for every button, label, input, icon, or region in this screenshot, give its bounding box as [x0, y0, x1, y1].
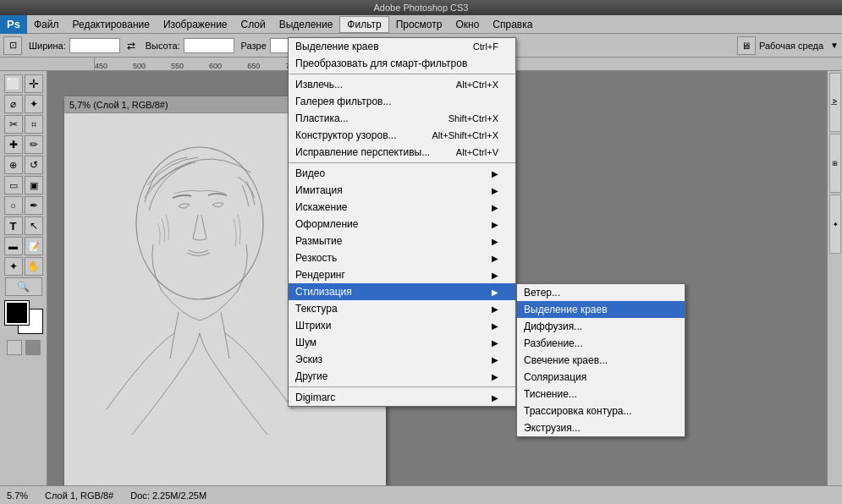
- quick-mask-button[interactable]: [25, 340, 41, 355]
- doc-size: Doc: 2.25M/2.25M: [130, 490, 206, 501]
- mode-group: [5, 340, 42, 357]
- dodge-tool[interactable]: ○: [4, 196, 23, 215]
- stylization-tiles[interactable]: Разбиение...: [517, 335, 685, 352]
- workspace-icon[interactable]: 🖥: [737, 36, 756, 55]
- stylization-find-edges[interactable]: Выделение краев: [517, 301, 685, 318]
- window-title-bar: Adobe Photoshop CS3: [0, 0, 842, 15]
- type-tool[interactable]: T: [4, 216, 23, 235]
- filter-menu-sharpness[interactable]: Резкость ▶: [289, 249, 515, 266]
- eraser-tool[interactable]: ▭: [4, 176, 23, 194]
- healing-brush-tool[interactable]: ✚: [4, 135, 23, 154]
- filter-menu-texture[interactable]: Текстура ▶: [289, 300, 515, 317]
- lasso-tool[interactable]: ⌀: [4, 95, 23, 113]
- tool-group-dodge: ○ ✒: [4, 196, 43, 215]
- filter-menu-liquify[interactable]: Пластика... Shift+Ctrl+X: [289, 110, 515, 127]
- tool-group-eyedropper: ✦ ✋: [4, 257, 43, 276]
- stylization-diffuse[interactable]: Диффузия...: [517, 318, 685, 335]
- filter-separator-3: [289, 386, 515, 387]
- shape-tool[interactable]: ▬: [4, 237, 23, 255]
- stylization-wind[interactable]: Ветер...: [517, 284, 685, 301]
- slice-tool[interactable]: ⌗: [25, 115, 43, 134]
- stylization-extrude[interactable]: Экструзия...: [517, 419, 685, 436]
- menu-view[interactable]: Просмотр: [389, 17, 449, 32]
- foreground-color-swatch[interactable]: [5, 301, 29, 325]
- filter-menu-strokes[interactable]: Штрихи ▶: [289, 317, 515, 334]
- tool-options-icon[interactable]: ⊡: [3, 36, 22, 55]
- workspace-label: Рабочая среда: [759, 41, 823, 51]
- brush-tool[interactable]: ✏: [25, 135, 43, 154]
- filter-menu-other[interactable]: Другие ▶: [289, 368, 515, 385]
- magic-wand-tool[interactable]: ✦: [25, 95, 43, 113]
- menu-bar: Ps Файл Редактирование Изображение Слой …: [0, 15, 842, 34]
- stylization-glow-edges[interactable]: Свечение краев...: [517, 352, 685, 369]
- path-selection-tool[interactable]: ↖: [25, 216, 43, 235]
- menu-edit[interactable]: Редактирование: [66, 17, 157, 32]
- zoom-level: 5.7%: [7, 490, 28, 501]
- tool-group-lasso: ⌀ ✦: [4, 95, 43, 113]
- stylization-solarize[interactable]: Соляризация: [517, 369, 685, 386]
- history-brush-tool[interactable]: ↺: [25, 156, 43, 174]
- tool-group-shape: ▬ 📝: [4, 237, 43, 255]
- height-label: Высота:: [146, 41, 180, 51]
- menu-image[interactable]: Изображение: [157, 17, 234, 32]
- color-swatches: [5, 301, 42, 333]
- menu-window[interactable]: Окно: [449, 17, 486, 32]
- filter-menu-sketch[interactable]: Эскиз ▶: [289, 351, 515, 368]
- filter-menu-stylization[interactable]: Стилизация ▶: [289, 283, 515, 300]
- tool-group-eraser: ▭ ▣: [4, 176, 43, 194]
- eyedropper-tool[interactable]: ✦: [4, 257, 23, 276]
- filter-menu-design[interactable]: Оформление ▶: [289, 216, 515, 233]
- rectangular-marquee-tool[interactable]: ⬜: [4, 74, 23, 93]
- notes-tool[interactable]: 📝: [25, 237, 43, 255]
- crop-tool[interactable]: ✂: [4, 115, 23, 134]
- stylization-emboss[interactable]: Тиснение...: [517, 386, 685, 403]
- filter-menu-edge-selection[interactable]: Выделение краев Ctrl+F: [289, 38, 515, 55]
- menu-file[interactable]: Файл: [27, 17, 66, 32]
- standard-mode-button[interactable]: [7, 340, 22, 355]
- panel-tab-3[interactable]: ✦: [829, 194, 841, 254]
- filter-menu-noise[interactable]: Шум ▶: [289, 334, 515, 351]
- document-title: 5,7% (Слой 1, RGB/8#): [69, 100, 168, 110]
- filter-menu-perspective[interactable]: Исправление перспективы... Alt+Ctrl+V: [289, 144, 515, 161]
- zoom-tool[interactable]: 🔍: [5, 277, 42, 296]
- filter-menu-pattern-maker[interactable]: Конструктор узоров... Alt+Shift+Ctrl+X: [289, 127, 515, 144]
- width-input[interactable]: [69, 38, 120, 53]
- filter-menu-digimarc[interactable]: Digimarc ▶: [289, 389, 515, 406]
- file-info: Слой 1, RGB/8#: [45, 490, 113, 501]
- filter-menu-blur[interactable]: Размытие ▶: [289, 233, 515, 249]
- filter-menu-gallery[interactable]: Галерея фильтров...: [289, 93, 515, 110]
- resolution-label: Разре: [241, 41, 267, 51]
- panel-tab-1[interactable]: A|: [829, 73, 841, 132]
- filter-menu-smart-filter[interactable]: Преобразовать для смарт-фильтров: [289, 55, 515, 72]
- filter-separator-1: [289, 74, 515, 74]
- filter-dropdown-menu: Выделение краев Ctrl+F Преобразовать для…: [288, 37, 516, 407]
- hand-tool[interactable]: ✋: [25, 257, 43, 276]
- move-tool[interactable]: ✛: [25, 74, 43, 93]
- tool-group-marquee: ⬜ ✛: [4, 74, 43, 93]
- menu-filter[interactable]: Фильтр: [339, 16, 388, 33]
- gradient-tool[interactable]: ▣: [25, 176, 43, 194]
- toolbox: ⬜ ✛ ⌀ ✦ ✂ ⌗ ✚ ✏ ⊕ ↺: [0, 71, 47, 485]
- filter-menu-imitation[interactable]: Имитация ▶: [289, 182, 515, 199]
- menu-layer[interactable]: Слой: [234, 17, 272, 32]
- filter-menu-video[interactable]: Видео ▶: [289, 165, 515, 182]
- filter-separator-2: [289, 162, 515, 163]
- menu-help[interactable]: Справка: [486, 17, 539, 32]
- filter-menu-rendering[interactable]: Рендеринг ▶: [289, 266, 515, 283]
- height-input[interactable]: [184, 38, 234, 53]
- pen-tool[interactable]: ✒: [25, 196, 43, 215]
- status-bar: 5.7% Слой 1, RGB/8# Doc: 2.25M/2.25M: [0, 485, 842, 504]
- tool-group-type: T ↖: [4, 216, 43, 235]
- menu-select[interactable]: Выделение: [272, 17, 340, 32]
- filter-menu-extract[interactable]: Извлечь... Alt+Ctrl+X: [289, 76, 515, 93]
- stylization-trace-contour[interactable]: Трассировка контура...: [517, 403, 685, 419]
- filter-menu-distortion[interactable]: Искажение ▶: [289, 199, 515, 216]
- tool-group-healing: ✚ ✏: [4, 135, 43, 154]
- clone-stamp-tool[interactable]: ⊕: [4, 156, 23, 174]
- panel-tab-2[interactable]: ⊞: [829, 134, 841, 193]
- tool-group-crop: ✂ ⌗: [4, 115, 43, 134]
- width-label: Ширина:: [29, 41, 66, 51]
- ps-logo[interactable]: Ps: [0, 15, 27, 34]
- swap-icon[interactable]: ⇄: [124, 38, 139, 53]
- workspace-arrow: ▼: [830, 41, 839, 50]
